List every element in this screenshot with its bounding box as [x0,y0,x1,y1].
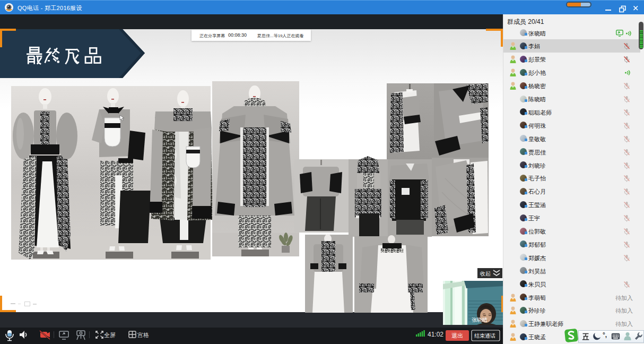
svg-text:全屏: 全屏 [104,332,116,338]
svg-text:退出: 退出 [451,332,463,339]
svg-text:张晓晴: 张晓晴 [472,317,488,323]
svg-text:结束通话: 结束通话 [474,333,495,339]
svg-text:宫格: 宫格 [137,332,149,338]
svg-text:41:02: 41:02 [428,331,443,338]
